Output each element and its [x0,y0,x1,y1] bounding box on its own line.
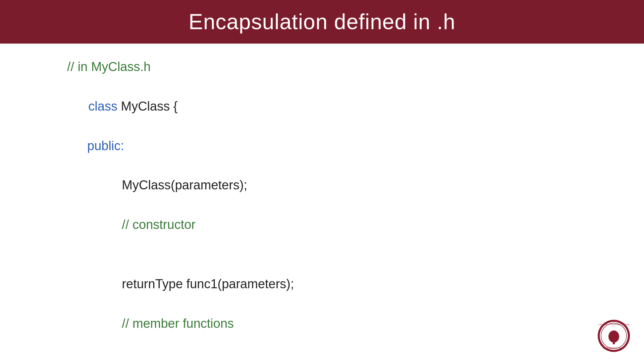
seal-tree-trunk [613,341,615,344]
slide-title: Encapsulation defined in .h [189,9,455,34]
constructor-code: MyClass(parameters); [122,178,247,192]
func1-comment: // member functions [122,316,234,330]
comment-file: // in MyClass.h [67,57,577,77]
constructor-comment: // constructor [122,218,196,232]
func2-line: returnType func2(parameters); // (behavi… [67,353,577,362]
constructor-line: MyClass(parameters); // constructor [67,156,577,254]
func1-code: returnType func1(parameters); [122,277,294,291]
seal-tree-body [608,330,619,343]
seal-svg: LELAND STANFORD JUNIOR UNIVERSITY · 1891… [597,319,631,353]
class-name: MyClass { [121,99,178,113]
func1-line: returnType func1(parameters); // member … [67,254,577,353]
class-keyword: class [88,99,121,113]
seal-top-text: LELAND STANFORD JUNIOR [598,323,630,326]
seal-bottom-text: UNIVERSITY · 1891 · [603,347,625,349]
public-code-block: // in MyClass.h class MyClass { public: … [67,57,577,362]
slide-content: // in MyClass.h class MyClass { public: … [0,44,644,362]
slide-header: Encapsulation defined in .h [0,0,644,44]
stanford-seal: LELAND STANFORD JUNIOR UNIVERSITY · 1891… [597,319,631,353]
class-line: class MyClass { [67,77,577,136]
public-label: public: [67,136,577,156]
